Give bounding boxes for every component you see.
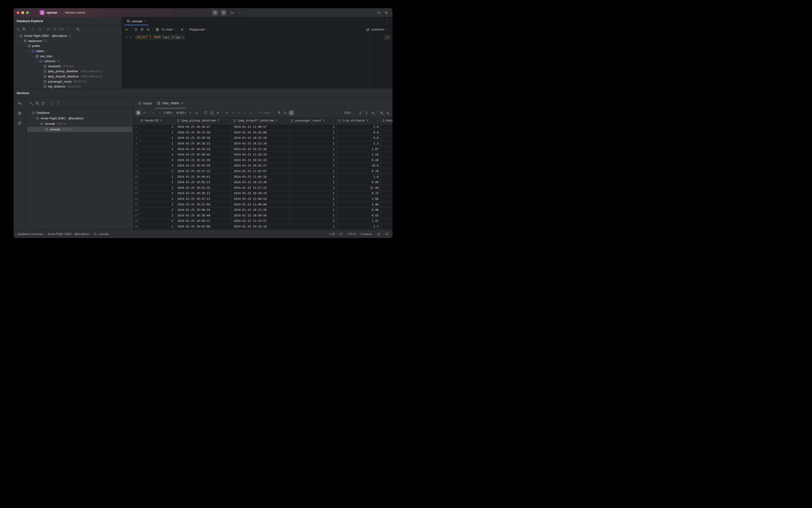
row-number[interactable]: 12 [134, 185, 139, 191]
cell[interactable] [381, 213, 393, 218]
cell[interactable]: 2 [289, 196, 336, 202]
cell[interactable]: 2024-01-25 10:02:08 [175, 224, 232, 229]
funnel-icon[interactable] [217, 119, 220, 122]
cell[interactable]: 2 [139, 152, 175, 157]
tree-item-tables[interactable]: tables1 [13, 48, 122, 54]
file-encoding[interactable]: UTF-8 [348, 232, 356, 236]
cell[interactable]: 2024-01-25 11:27:25 [232, 185, 289, 191]
jump-to-ddl-button[interactable] [66, 26, 72, 32]
open-table-button[interactable] [52, 26, 57, 32]
tree-item-database[interactable]: Database [26, 110, 133, 116]
cell[interactable]: 1 [289, 146, 336, 152]
sort-icon[interactable] [227, 119, 230, 122]
import-button[interactable] [358, 110, 363, 116]
tree-item-passenger-count[interactable]: passenger_countBIGINT(19) [13, 79, 122, 84]
tree-item-columns[interactable]: columns19 [13, 59, 122, 64]
minimize-window-button[interactable] [21, 11, 24, 14]
cell[interactable]: 1 [289, 213, 336, 218]
cell[interactable] [381, 224, 393, 229]
reload-page-button[interactable] [203, 110, 209, 116]
cell[interactable]: 1.3 [336, 141, 381, 146]
tx-toolwindow-button[interactable]: Tx [17, 100, 22, 106]
tree-item-tpep-dropoff-datetime[interactable]: tpep_dropoff_datetimeTIMESTAMP(26,6) [13, 74, 122, 79]
column-header-passenger_count[interactable]: passenger_count [289, 117, 336, 124]
results-tx-mode-select[interactable]: Tx: Auto [258, 110, 273, 116]
cell[interactable]: 2 [289, 218, 336, 224]
lock-open-icon[interactable] [377, 232, 380, 236]
cell[interactable]: 2024-01-25 10:35:28 [232, 135, 289, 141]
tree-item-tpep-pickup-datetime[interactable]: tpep_pickup_datetimeTIMESTAMP(26,6) [13, 69, 122, 74]
pin-tab-button[interactable] [276, 110, 282, 116]
cell[interactable]: 2024-01-25 11:23:57 [232, 218, 289, 224]
next-page-button[interactable] [187, 110, 193, 116]
export-format-select[interactable]: CSV [344, 110, 354, 116]
cell[interactable]: 2024-01-25 11:16:19 [232, 152, 289, 157]
cell[interactable]: 2024-01-25 10:25:10 [232, 224, 289, 229]
cell[interactable]: 1 [289, 207, 336, 213]
cell[interactable]: 2024-01-25 10:53:20 [232, 141, 289, 146]
cell[interactable]: 2024-01-25 10:23:50 [175, 130, 232, 135]
column-header-tpep_dropoff_datetime[interactable]: tpep_dropoff_datetime [232, 117, 289, 124]
cell[interactable]: 2024-01-25 10:58:45 [175, 152, 232, 157]
cell[interactable]: 1 [289, 185, 336, 191]
expand-all-button[interactable] [49, 100, 55, 106]
tx-mode-select[interactable]: Tx: Auto [161, 27, 176, 32]
line-separator[interactable]: LF [340, 232, 343, 236]
layout-settings-button[interactable] [17, 120, 22, 126]
cell[interactable]: 1 [289, 135, 336, 141]
revert-button[interactable] [236, 110, 242, 116]
sort-icon[interactable] [285, 119, 288, 122]
cell[interactable]: 2024-01-25 10:57:31 [175, 169, 232, 174]
cell[interactable]: 2 [139, 185, 175, 191]
cell[interactable]: 2 [139, 169, 175, 174]
funnel-icon[interactable] [366, 119, 369, 122]
cell[interactable]: 11.99 [336, 185, 381, 191]
row-number[interactable]: 13 [134, 191, 139, 196]
cell[interactable]: 2024-01-25 10:30:56 [175, 135, 232, 141]
schema-selector[interactable]: <schema> [366, 28, 390, 32]
row-number[interactable]: 9 [134, 169, 139, 174]
select-in-services-button[interactable] [34, 100, 40, 106]
cell[interactable]: 1 [289, 174, 336, 179]
row-number[interactable]: 1 [134, 124, 139, 130]
cell[interactable]: 2024-01-25 10:36:47 [175, 124, 232, 130]
row-number[interactable]: 19 [134, 224, 139, 229]
column-header-tpep_pickup_datetime[interactable]: tpep_pickup_datetime [175, 117, 232, 124]
funnel-icon[interactable] [160, 119, 163, 122]
column-header-rate[interactable]: Rate [381, 117, 393, 124]
cell[interactable]: 0.68 [336, 180, 381, 185]
cell[interactable]: 1 [139, 130, 175, 135]
sort-icon[interactable] [376, 119, 379, 122]
cell[interactable]: 2024-01-25 10:28:12 [175, 191, 232, 196]
tree-item-console[interactable]: console126 ms [27, 127, 132, 132]
cell[interactable]: 2 [139, 213, 175, 218]
cell[interactable]: 2024-01-25 10:31:28 [175, 158, 232, 163]
cell[interactable]: 0.76 [336, 169, 381, 174]
cell[interactable] [381, 196, 393, 202]
cell[interactable]: 2024-01-25 10:58:21 [175, 218, 232, 224]
version-control-menu[interactable]: Version control [63, 11, 91, 14]
preview-changes-button[interactable] [242, 110, 248, 116]
total-rows-label[interactable]: of 501+ [175, 110, 187, 116]
cell[interactable]: 0.4 [336, 130, 381, 135]
cell[interactable]: 2024-01-25 10:49:56 [232, 213, 289, 218]
cell[interactable]: 2024-01-25 11:04:54 [232, 196, 289, 202]
cell[interactable] [381, 152, 393, 157]
cell[interactable]: 2024-01-25 10:55:43 [232, 158, 289, 163]
cell[interactable] [381, 185, 393, 191]
cell[interactable]: 2024-01-25 11:06:57 [232, 124, 289, 130]
row-number[interactable]: 17 [134, 213, 139, 218]
cell[interactable] [381, 180, 393, 185]
find-button[interactable] [282, 110, 288, 116]
breadcrumb-item[interactable]: Database Consoles [17, 232, 43, 236]
grid-settings-button[interactable] [385, 110, 391, 116]
first-page-button[interactable] [151, 110, 156, 116]
settings-gear-icon[interactable] [385, 11, 388, 14]
cell[interactable] [381, 124, 393, 130]
open-in-new-tab-button[interactable] [40, 100, 46, 106]
cell[interactable]: 2024-01-25 10:42:27 [232, 163, 289, 168]
row-number[interactable]: 8 [134, 163, 139, 168]
view-options-button[interactable] [379, 110, 385, 116]
cell[interactable]: 2.06 [336, 196, 381, 202]
cell[interactable]: 2024-01-25 10:23:36 [232, 146, 289, 152]
